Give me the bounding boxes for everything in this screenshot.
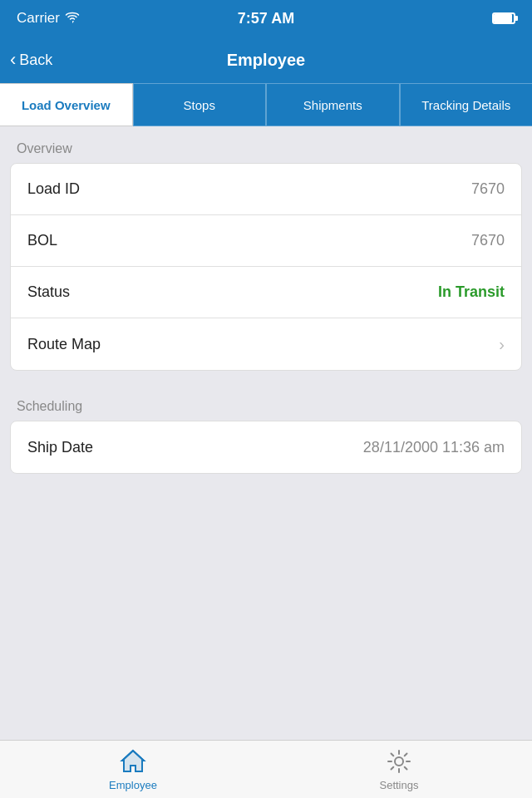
battery-icon: [492, 12, 515, 24]
nav-title: Employee: [227, 51, 305, 70]
nav-bar: ‹ Back Employee: [0, 37, 532, 83]
bottom-tab-employee-label: Employee: [109, 779, 157, 791]
bottom-tab-bar: Employee Settings: [0, 740, 532, 798]
back-chevron-icon: ‹: [10, 49, 16, 71]
bol-value: 7670: [471, 232, 505, 249]
scheduling-section-header: Scheduling: [0, 384, 532, 421]
tab-load-overview[interactable]: Load Overview: [0, 83, 133, 126]
wifi-icon: [65, 12, 80, 26]
ship-date-value: 28/11/2000 11:36 am: [363, 439, 505, 456]
svg-point-0: [395, 757, 403, 766]
bol-row: BOL 7670: [11, 215, 521, 267]
back-button[interactable]: ‹ Back: [10, 49, 52, 71]
home-icon: [119, 747, 147, 776]
bottom-tab-employee[interactable]: Employee: [0, 741, 266, 798]
load-id-label: Load ID: [27, 180, 80, 198]
status-row: Status In Transit: [11, 267, 521, 318]
route-map-label: Route Map: [27, 336, 101, 353]
overview-card: Load ID 7670 BOL 7670 Status In Transit …: [10, 163, 522, 371]
status-value: In Transit: [438, 283, 505, 301]
status-label: Status: [27, 283, 70, 301]
ship-date-row: Ship Date 28/11/2000 11:36 am: [11, 421, 521, 473]
status-bar: Carrier 7:57 AM: [0, 0, 532, 37]
back-label: Back: [19, 52, 52, 69]
bottom-tab-settings[interactable]: Settings: [266, 741, 532, 798]
carrier-label: Carrier: [17, 10, 60, 27]
tab-shipments[interactable]: Shipments: [266, 83, 400, 126]
bottom-tab-settings-label: Settings: [380, 779, 419, 791]
tab-stops[interactable]: Stops: [133, 83, 267, 126]
top-tab-bar: Load Overview Stops Shipments Tracking D…: [0, 83, 532, 126]
status-bar-time: 7:57 AM: [238, 10, 294, 27]
scheduling-card: Ship Date 28/11/2000 11:36 am: [10, 421, 522, 474]
overview-section-header: Overview: [0, 126, 532, 163]
load-id-row: Load ID 7670: [11, 164, 521, 215]
route-map-chevron-icon: ›: [499, 335, 505, 354]
bol-label: BOL: [27, 232, 57, 249]
tab-tracking-details[interactable]: Tracking Details: [400, 83, 533, 126]
gear-icon: [385, 747, 413, 776]
route-map-row[interactable]: Route Map ›: [11, 318, 521, 370]
ship-date-label: Ship Date: [27, 439, 93, 456]
main-content: Overview Load ID 7670 BOL 7670 Status In…: [0, 126, 532, 740]
load-id-value: 7670: [471, 180, 505, 198]
